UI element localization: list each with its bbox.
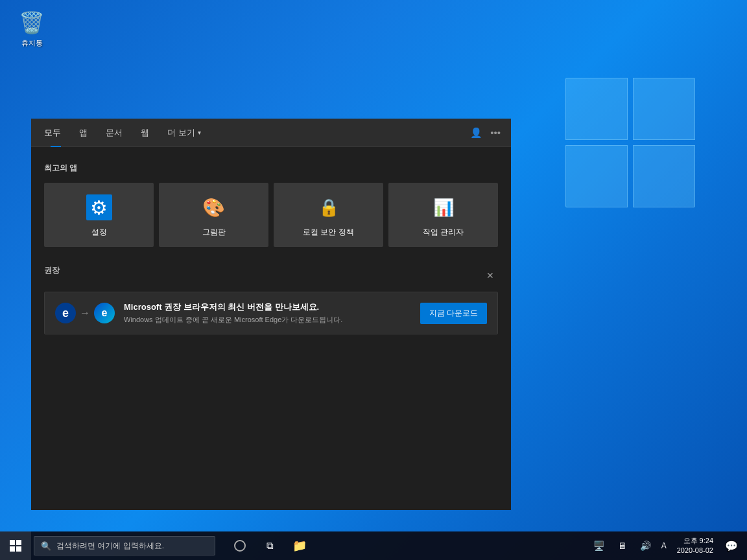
- file-explorer-button[interactable]: 📁: [285, 531, 314, 560]
- taskbar-search[interactable]: 🔍 검색하려면 여기에 입력하세요.: [34, 536, 215, 555]
- start-button-icon: [10, 540, 21, 552]
- tab-more[interactable]: 더 보기 ▾: [158, 119, 210, 147]
- edge-old-icon: e: [55, 303, 76, 323]
- tab-all[interactable]: 모두: [42, 119, 70, 147]
- language-indicator[interactable]: A: [659, 531, 669, 560]
- tab-bar: 모두 앱 문서 웹 더 보기 ▾ 👤 •••: [31, 119, 511, 147]
- rec-banner-title: Microsoft 권장 브라우저의 최신 버전을 만나보세요.: [124, 301, 411, 313]
- settings-label: 설정: [91, 227, 107, 238]
- task-view-icon: ⧉: [267, 540, 274, 552]
- taskbar: 🔍 검색하려면 여기에 입력하세요. ⧉ 📁 🖥️ 🖥 🔊 A: [0, 531, 747, 560]
- taskmgr-label: 작업 관리자: [423, 227, 464, 238]
- rec-header: 권장 ✕: [44, 265, 498, 285]
- tab-web[interactable]: 웹: [132, 119, 158, 147]
- notification-icon: 💬: [725, 540, 738, 552]
- clock-time: 오후 9:24: [683, 536, 713, 546]
- recycle-bin-label: 휴지통: [21, 38, 43, 48]
- cortana-button[interactable]: [226, 531, 254, 560]
- taskmgr-icon: 📊: [431, 194, 456, 220]
- rec-banner-subtitle: Windows 업데이트 중에 곧 새로운 Microsoft Edge가 다운…: [124, 315, 411, 325]
- desktop: 🗑️ 휴지통 모두 앱 문서 웹 더 보기 ▾ 👤: [0, 0, 747, 560]
- settings-icon: ⚙: [86, 194, 112, 220]
- volume-icon[interactable]: 🔊: [635, 531, 656, 560]
- app-tile-security[interactable]: 🔒 로컬 보안 정책: [274, 183, 383, 247]
- taskbar-center: ⧉ 📁: [226, 531, 314, 560]
- edge-new-icon: e: [94, 303, 115, 323]
- rec-download-button[interactable]: 지금 다운로드: [420, 303, 487, 324]
- rec-close-button[interactable]: ✕: [482, 268, 498, 283]
- chevron-down-icon: ▾: [198, 129, 201, 136]
- user-icon[interactable]: 👤: [470, 127, 482, 139]
- app-tile-paint[interactable]: 🎨 그림판: [159, 183, 268, 247]
- start-button[interactable]: [0, 531, 31, 560]
- display-icon[interactable]: 🖥: [612, 531, 633, 560]
- app-grid: ⚙ 설정 🎨 그림판 🔒 로컬 보안 정책 📊 작업 관리자: [44, 183, 498, 247]
- top-apps-title: 최고의 앱: [44, 163, 498, 174]
- system-tray: 🖥️ 🖥 🔊 A 오후 9:24 2020-08-02 💬: [589, 531, 747, 560]
- system-clock[interactable]: 오후 9:24 2020-08-02: [672, 531, 718, 560]
- paint-label: 그림판: [202, 227, 226, 238]
- recycle-bin-icon[interactable]: 🗑️ 휴지통: [9, 9, 54, 48]
- notification-button[interactable]: 💬: [721, 531, 742, 560]
- task-view-button[interactable]: ⧉: [255, 531, 284, 560]
- more-options-icon[interactable]: •••: [490, 127, 501, 138]
- clock-date: 2020-08-02: [677, 546, 713, 555]
- arrow-icon: →: [80, 307, 90, 319]
- paint-icon: 🎨: [201, 194, 227, 220]
- security-label: 로컬 보안 정책: [303, 227, 354, 238]
- security-icon: 🔒: [316, 194, 342, 220]
- rec-banner: e → e Microsoft 권장 브라우저의 최신 버전을 만나보세요. W…: [44, 292, 498, 334]
- folder-icon: 📁: [292, 539, 307, 553]
- tab-doc[interactable]: 문서: [97, 119, 132, 147]
- rec-text: Microsoft 권장 브라우저의 최신 버전을 만나보세요. Windows…: [124, 301, 411, 325]
- app-tile-taskmgr[interactable]: 📊 작업 관리자: [388, 183, 498, 247]
- network-icon[interactable]: 🖥️: [589, 531, 610, 560]
- menu-content: 최고의 앱 ⚙ 설정 🎨 그림판 🔒 로컬 보안 정책: [31, 147, 511, 510]
- rec-section-title: 권장: [44, 265, 60, 276]
- tab-actions: 👤 •••: [470, 127, 501, 139]
- recommendation-section: 권장 ✕ e → e Microsoft 권장 브라우저의 최신 버전을 만나보…: [44, 265, 498, 334]
- search-icon: 🔍: [41, 541, 51, 551]
- app-tile-settings[interactable]: ⚙ 설정: [44, 183, 154, 247]
- cortana-icon: [234, 540, 246, 552]
- edge-icon-group: e → e: [55, 303, 115, 323]
- windows-logo-decoration: [565, 78, 695, 207]
- start-menu: 모두 앱 문서 웹 더 보기 ▾ 👤 ••• 최고의 앱: [31, 119, 511, 510]
- search-placeholder: 검색하려면 여기에 입력하세요.: [56, 541, 164, 552]
- tab-app[interactable]: 앱: [70, 119, 97, 147]
- recycle-bin-image: 🗑️: [18, 9, 45, 36]
